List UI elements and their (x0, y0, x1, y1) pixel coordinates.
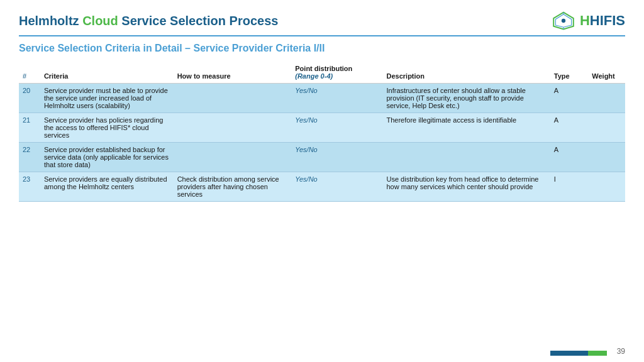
point-sublabel: (Range 0-4) (295, 72, 333, 80)
row-weight (588, 84, 625, 113)
row-criteria: Service provider must be able to provide… (40, 84, 174, 113)
table-row: 20 Service provider must be able to prov… (19, 84, 625, 113)
criteria-table: # Criteria How to measure Point distribu… (19, 62, 625, 202)
row-measure (174, 113, 292, 143)
row-type: A (550, 113, 589, 143)
row-measure: Check distribution among service provide… (174, 172, 292, 202)
row-desc: Therefore illegitimate access is identif… (383, 113, 550, 143)
row-desc (383, 143, 550, 172)
row-num: 21 (19, 113, 40, 143)
table-row: 21 Service provider has policies regardi… (19, 113, 625, 143)
row-desc: Infrastructures of center should allow a… (383, 84, 550, 113)
footer-bar (550, 351, 607, 356)
table-row: 22 Service provider established backup f… (19, 143, 625, 172)
row-point: Yes/No (291, 143, 382, 172)
page: Helmholtz Cloud Service Selection Proces… (0, 0, 644, 362)
col-header-type: Type (550, 62, 589, 84)
logo-area: HHIFIS (551, 11, 625, 30)
footer-bar-green (588, 351, 607, 356)
row-type: A (550, 143, 589, 172)
svg-point-2 (562, 19, 565, 23)
row-desc: Use distribution key from head office to… (383, 172, 550, 202)
col-header-num: # (19, 62, 40, 84)
table-row: 23 Service providers are equally distrib… (19, 172, 625, 202)
footer: 39 (19, 347, 625, 356)
row-type: I (550, 172, 589, 202)
row-measure (174, 84, 292, 113)
page-number: 39 (617, 347, 625, 356)
table-header-row: # Criteria How to measure Point distribu… (19, 62, 625, 84)
row-num: 22 (19, 143, 40, 172)
col-header-measure: How to measure (174, 62, 292, 84)
row-criteria: Service provider established backup for … (40, 143, 174, 172)
logo-text: HHIFIS (580, 13, 625, 29)
row-weight (588, 143, 625, 172)
col-header-point: Point distribution (Range 0-4) (291, 62, 382, 84)
row-point: Yes/No (291, 84, 382, 113)
row-point: Yes/No (291, 113, 382, 143)
row-type: A (550, 84, 589, 113)
footer-bar-blue (550, 351, 588, 356)
row-num: 20 (19, 84, 40, 113)
row-point: Yes/No (291, 172, 382, 202)
row-measure (174, 143, 292, 172)
header: Helmholtz Cloud Service Selection Proces… (19, 11, 625, 36)
point-label: Point distribution (295, 65, 352, 72)
col-header-criteria: Criteria (40, 62, 174, 84)
row-criteria: Service providers are equally distribute… (40, 172, 174, 202)
row-num: 23 (19, 172, 40, 202)
col-header-weight: Weight (588, 62, 625, 84)
row-weight (588, 172, 625, 202)
title-part2: Service Selection Process (118, 14, 279, 28)
title-cloud: Cloud (82, 14, 118, 28)
main-table-container: # Criteria How to measure Point distribu… (19, 62, 625, 344)
hifis-logo-icon (551, 11, 576, 30)
col-header-desc: Description (383, 62, 550, 84)
page-subtitle: Service Selection Criteria in Detail – S… (19, 43, 625, 54)
row-weight (588, 113, 625, 143)
row-criteria: Service provider has policies regarding … (40, 113, 174, 143)
header-title: Helmholtz Cloud Service Selection Proces… (19, 14, 278, 28)
title-part1: Helmholtz (19, 14, 82, 28)
